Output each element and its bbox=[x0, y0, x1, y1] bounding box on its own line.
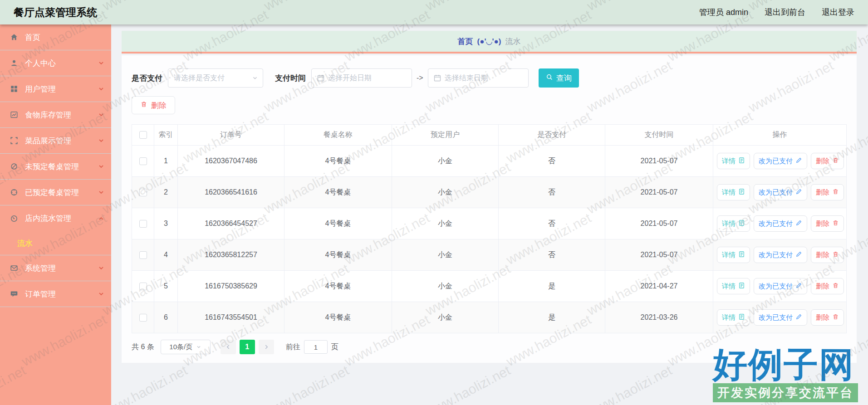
chevron-left-icon bbox=[225, 344, 231, 350]
trash-icon bbox=[832, 157, 839, 165]
sidebar-item-unreserved-tables[interactable]: 未预定餐桌管理 bbox=[0, 154, 111, 180]
chevron-down-icon bbox=[98, 189, 105, 196]
cell-pay-time: 2021-05-07 bbox=[605, 146, 713, 177]
cell-index: 4 bbox=[154, 239, 178, 271]
header-nav: 管理员 admin 退出到前台 退出登录 bbox=[699, 7, 854, 18]
delete-row-button[interactable]: 删除 bbox=[811, 278, 844, 294]
main-content: 首页 (●'◡'●) 流水 是否支付 请选择是否支付 支付时间 选择开始日期 -… bbox=[111, 24, 868, 405]
logout-link[interactable]: 退出登录 bbox=[822, 7, 854, 18]
detail-button[interactable]: 详情 bbox=[717, 247, 750, 263]
chevron-right-icon bbox=[263, 344, 270, 350]
row-checkbox[interactable] bbox=[139, 283, 147, 290]
pencil-icon bbox=[795, 251, 802, 259]
detail-button[interactable]: 详情 bbox=[717, 309, 750, 326]
cell-index: 5 bbox=[154, 271, 178, 302]
pay-status-placeholder: 请选择是否支付 bbox=[174, 73, 225, 83]
breadcrumb: 首页 (●'◡'●) 流水 bbox=[122, 31, 857, 54]
sidebar-item-label: 已预定餐桌管理 bbox=[25, 187, 79, 198]
page-size-select[interactable]: 10条/页 bbox=[161, 340, 211, 354]
pay-time-label: 支付时间 bbox=[275, 73, 306, 83]
row-checkbox[interactable] bbox=[139, 157, 147, 165]
sidebar-item-label: 系统管理 bbox=[25, 263, 56, 273]
table-toolbar: 删除 bbox=[132, 96, 847, 114]
sidebar-item-profile[interactable]: 个人中心 bbox=[0, 50, 111, 76]
home-icon bbox=[10, 33, 18, 41]
pay-status-select[interactable]: 请选择是否支付 bbox=[168, 68, 263, 88]
detail-button[interactable]: 详情 bbox=[717, 184, 750, 200]
sidebar-item-label: 个人中心 bbox=[25, 58, 56, 68]
column-header: 操作 bbox=[713, 125, 847, 146]
detail-button[interactable]: 详情 bbox=[717, 215, 750, 232]
end-date-input[interactable]: 选择结束日期 bbox=[428, 68, 529, 88]
table-row: 516167503856294号餐桌小金是2021-04-27详情改为已支付删除 bbox=[132, 271, 847, 302]
cell-paid: 是 bbox=[499, 271, 605, 302]
sidebar-item-dishes[interactable]: 菜品展示管理 bbox=[0, 128, 111, 154]
sidebar-item-users[interactable]: 用户管理 bbox=[0, 76, 111, 102]
cell-pay-time: 2021-03-26 bbox=[605, 302, 713, 333]
sidebar-item-label: 菜品展示管理 bbox=[25, 136, 71, 146]
mark-paid-button[interactable]: 改为已支付 bbox=[754, 309, 807, 326]
sidebar-item-food-stock[interactable]: 食物库存管理 bbox=[0, 102, 111, 128]
goto-page-input[interactable] bbox=[304, 340, 328, 354]
select-all-checkbox[interactable] bbox=[139, 131, 147, 139]
breadcrumb-home-link[interactable]: 首页 bbox=[457, 36, 473, 47]
cell-user: 小金 bbox=[392, 271, 499, 302]
sidebar-subitem-flow[interactable]: 流水 bbox=[0, 231, 111, 255]
current-page-button[interactable]: 1 bbox=[240, 340, 255, 354]
pencil-icon bbox=[795, 313, 802, 322]
column-header: 是否支付 bbox=[499, 125, 605, 146]
cell-pay-time: 2021-05-07 bbox=[605, 208, 713, 239]
chevron-down-icon bbox=[196, 344, 201, 350]
end-date-placeholder: 选择结束日期 bbox=[445, 73, 488, 83]
pencil-icon bbox=[795, 188, 802, 196]
next-page-button[interactable] bbox=[259, 340, 274, 354]
search-button[interactable]: 查询 bbox=[539, 68, 579, 88]
detail-button[interactable]: 详情 bbox=[717, 278, 750, 294]
delete-row-button[interactable]: 删除 bbox=[811, 153, 844, 169]
cell-order-no: 1616750385629 bbox=[178, 271, 284, 302]
cell-table-name: 4号餐桌 bbox=[284, 239, 392, 271]
flow-table: 索引订单号餐桌名称预定用户是否支付支付时间操作 116203670474864号… bbox=[132, 124, 847, 333]
mark-paid-button[interactable]: 改为已支付 bbox=[754, 247, 807, 263]
cell-user: 小金 bbox=[392, 146, 499, 177]
trash-icon bbox=[832, 282, 839, 290]
cell-user: 小金 bbox=[392, 302, 499, 333]
delete-row-button[interactable]: 删除 bbox=[811, 215, 844, 232]
app-title: 餐厅点菜管理系统 bbox=[14, 5, 97, 20]
sidebar-item-home[interactable]: 首页 bbox=[0, 24, 111, 50]
cell-order-no: 1620366541616 bbox=[178, 177, 284, 208]
mark-paid-button[interactable]: 改为已支付 bbox=[754, 184, 807, 200]
sidebar-item-system[interactable]: 系统管理 bbox=[0, 255, 111, 281]
cell-order-no: 1620366454527 bbox=[178, 208, 284, 239]
document-icon bbox=[738, 188, 745, 196]
cell-pay-time: 2021-05-07 bbox=[605, 239, 713, 271]
row-checkbox[interactable] bbox=[139, 189, 147, 196]
cell-paid: 否 bbox=[499, 239, 605, 271]
row-checkbox[interactable] bbox=[139, 251, 147, 259]
mark-paid-button[interactable]: 改为已支付 bbox=[754, 153, 807, 169]
row-checkbox[interactable] bbox=[139, 314, 147, 322]
cell-paid: 是 bbox=[499, 302, 605, 333]
table-header-row: 索引订单号餐桌名称预定用户是否支付支付时间操作 bbox=[132, 125, 847, 146]
sidebar-item-label: 用户管理 bbox=[25, 84, 56, 94]
sidebar-item-orders[interactable]: 订单管理 bbox=[0, 281, 111, 307]
delete-row-button[interactable]: 删除 bbox=[811, 247, 844, 263]
mark-paid-button[interactable]: 改为已支付 bbox=[754, 278, 807, 294]
delete-row-button[interactable]: 删除 bbox=[811, 184, 844, 200]
sidebar-item-store-flow[interactable]: 店内流水管理 bbox=[0, 205, 111, 231]
detail-button[interactable]: 详情 bbox=[717, 153, 750, 169]
exit-to-front-link[interactable]: 退出到前台 bbox=[765, 7, 805, 18]
row-checkbox[interactable] bbox=[139, 220, 147, 228]
prev-page-button[interactable] bbox=[221, 340, 236, 354]
document-icon bbox=[738, 313, 745, 322]
start-date-input[interactable]: 选择开始日期 bbox=[311, 68, 412, 88]
admin-user-link[interactable]: 管理员 admin bbox=[699, 7, 748, 18]
bulk-delete-button[interactable]: 删除 bbox=[132, 96, 175, 114]
cell-index: 2 bbox=[154, 177, 178, 208]
delete-row-button[interactable]: 删除 bbox=[811, 309, 844, 326]
column-header: 索引 bbox=[154, 125, 178, 146]
sidebar: 首页个人中心用户管理食物库存管理菜品展示管理未预定餐桌管理已预定餐桌管理店内流水… bbox=[0, 24, 111, 405]
sidebar-item-reserved-tables[interactable]: 已预定餐桌管理 bbox=[0, 180, 111, 205]
mark-paid-button[interactable]: 改为已支付 bbox=[754, 215, 807, 232]
site-logo-title: 好例子网 bbox=[713, 347, 858, 382]
